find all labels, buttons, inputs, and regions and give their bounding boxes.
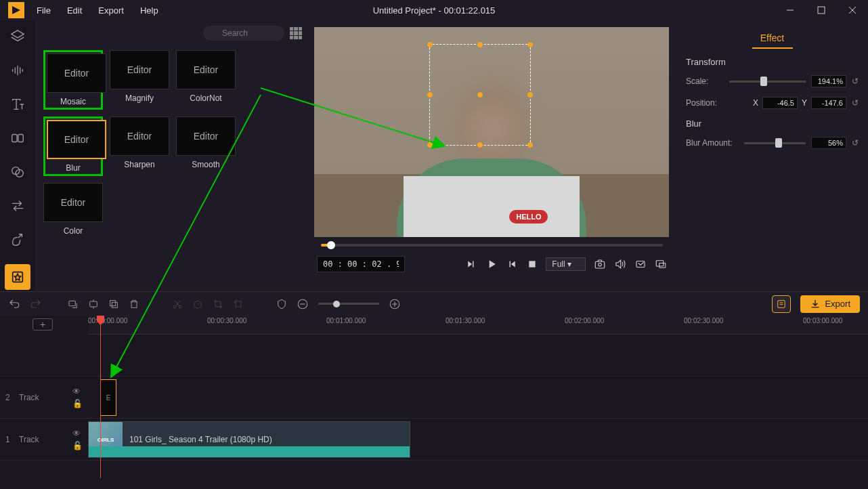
timeline-ruler[interactable]: 00:00:00.000 00:00:30.000 00:01:00.000 0… — [88, 316, 868, 335]
menu-export[interactable]: Export — [91, 3, 131, 18]
split-icon[interactable] — [8, 129, 27, 148]
effect-thumb: Editor — [176, 116, 236, 156]
effect-clip[interactable]: E — [100, 379, 116, 416]
track-label: Track — [19, 393, 39, 402]
pos-y-value[interactable] — [811, 97, 846, 109]
volume-button[interactable] — [614, 258, 626, 270]
crop-handle[interactable] — [427, 142, 433, 148]
crop-selection[interactable] — [429, 44, 531, 146]
effect-colornot[interactable]: Editor ColorNot — [176, 50, 236, 110]
effect-sharpen[interactable]: Editor Sharpen — [110, 116, 169, 176]
preview-panel: HELLO Full ▾ — [307, 20, 676, 291]
effect-smooth[interactable]: Editor Smooth — [176, 116, 236, 176]
playback-slider[interactable] — [321, 244, 663, 247]
speed-button[interactable] — [192, 299, 203, 310]
track-content[interactable]: GIRLS 101 Girls_ Season 4 Trailer (1080p… — [88, 419, 868, 460]
grid-view-icon[interactable] — [290, 27, 302, 39]
crop-handle[interactable] — [527, 42, 533, 47]
main-menu: File Edit Export Help — [30, 3, 165, 18]
snapshot-button[interactable] — [594, 258, 606, 270]
scale-slider[interactable] — [729, 81, 806, 83]
effect-label: Mosaic — [47, 97, 100, 106]
undo-button[interactable] — [8, 298, 20, 310]
crop-handle[interactable] — [477, 142, 483, 148]
track-number: 1 — [5, 435, 14, 444]
search-input[interactable] — [203, 26, 284, 41]
crop-handle[interactable] — [527, 142, 533, 148]
timeline: + 00:00:00.000 00:00:30.000 00:01:00.000… — [0, 316, 868, 489]
redo-button[interactable] — [30, 298, 42, 310]
effect-blur[interactable]: Editor Blur — [43, 116, 103, 176]
menu-help[interactable]: Help — [133, 3, 165, 18]
zoom-in-button[interactable] — [389, 298, 401, 310]
ruler-mark: 00:02:00.000 — [565, 317, 604, 324]
marker2-button[interactable] — [88, 299, 99, 310]
elements-icon[interactable] — [8, 230, 27, 249]
reset-icon[interactable]: ↺ — [852, 138, 859, 148]
crop-handle[interactable] — [477, 42, 483, 47]
scale-value[interactable] — [811, 75, 846, 87]
visibility-icon[interactable]: 👁 — [72, 429, 83, 438]
stop-button[interactable] — [527, 259, 538, 270]
track-content[interactable]: E — [88, 377, 868, 418]
add-track-button[interactable]: + — [32, 318, 53, 331]
blur-value[interactable] — [811, 137, 846, 149]
pos-x-value[interactable] — [762, 97, 798, 109]
crop-handle[interactable] — [477, 92, 483, 98]
play-button[interactable] — [485, 257, 498, 271]
next-frame-button[interactable] — [506, 258, 519, 270]
visibility-icon[interactable]: 👁 — [72, 387, 83, 396]
overlay-icon[interactable] — [8, 163, 27, 182]
delete-button[interactable] — [129, 299, 139, 310]
playback-controls: Full ▾ — [307, 253, 676, 275]
cut-button[interactable] — [172, 299, 183, 310]
minimize-button[interactable] — [775, 0, 806, 20]
svg-rect-24 — [110, 300, 116, 305]
shield-button[interactable] — [276, 299, 287, 310]
prev-frame-button[interactable] — [464, 258, 477, 270]
zoom-out-button[interactable] — [297, 298, 309, 310]
marker1-button[interactable] — [68, 299, 79, 310]
close-button[interactable] — [837, 0, 868, 20]
preview-video[interactable]: HELLO — [314, 27, 669, 237]
reset-icon[interactable]: ↺ — [852, 98, 859, 108]
effect-tab[interactable]: Effect — [686, 27, 859, 49]
crop-handle[interactable] — [427, 42, 433, 47]
ruler-mark: 00:01:30.000 — [446, 317, 485, 324]
audio-waveform — [89, 446, 410, 457]
maximize-button[interactable] — [806, 0, 837, 20]
crop-handle[interactable] — [427, 92, 433, 98]
transition-icon[interactable] — [8, 196, 27, 215]
effects-icon[interactable] — [5, 264, 30, 290]
preset-button[interactable] — [772, 295, 791, 313]
menu-edit[interactable]: Edit — [60, 3, 89, 18]
blur-slider[interactable] — [744, 142, 806, 144]
crop-tb-button[interactable] — [213, 299, 223, 310]
crop-handle[interactable] — [527, 92, 533, 98]
fullscreen-button[interactable] — [655, 258, 667, 270]
effect-color[interactable]: Editor Color — [43, 183, 103, 236]
zoom-slider[interactable] — [318, 303, 379, 305]
effect-magnify[interactable]: Editor Magnify — [110, 50, 169, 110]
menu-file[interactable]: File — [30, 3, 58, 18]
export-button[interactable]: Export — [800, 295, 860, 313]
rotate-button[interactable] — [233, 299, 244, 310]
playback-thumb[interactable] — [327, 241, 335, 249]
reset-icon[interactable]: ↺ — [852, 77, 859, 86]
audio-icon[interactable] — [8, 61, 27, 80]
effect-mosaic[interactable]: Editor Mosaic — [43, 50, 103, 110]
tracks-area: 2 Track 👁 🔓 E 1 Track 👁 🔓 — [0, 335, 868, 461]
lock-icon[interactable]: 🔓 — [72, 441, 83, 450]
layers-icon[interactable] — [8, 27, 27, 46]
window-controls — [775, 0, 868, 20]
text-icon[interactable] — [8, 95, 27, 114]
svg-rect-21 — [90, 301, 97, 307]
video-clip[interactable]: GIRLS 101 Girls_ Season 4 Trailer (1080p… — [88, 421, 410, 458]
timecode-input[interactable] — [317, 256, 405, 272]
playhead[interactable] — [100, 316, 101, 478]
fit-select[interactable]: Full ▾ — [546, 257, 586, 271]
crop-button[interactable] — [634, 258, 647, 270]
lock-icon[interactable]: 🔓 — [72, 399, 83, 408]
marker3-button[interactable] — [108, 299, 119, 310]
ruler-mark: 00:00:00.000 — [88, 317, 127, 324]
